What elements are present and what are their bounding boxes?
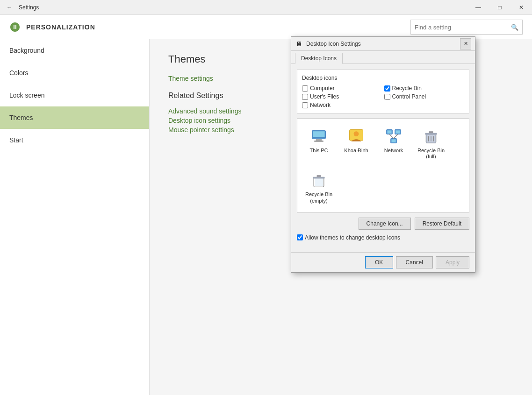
dialog-body: Desktop icons Computer Recycle Bin User'… (291, 64, 475, 252)
title-bar-left: ← Settings (4, 2, 39, 13)
checkbox-recycle-bin-input[interactable] (384, 85, 390, 92)
search-box[interactable]: 🔍 (410, 20, 523, 35)
apply-button[interactable]: Apply (436, 256, 469, 268)
svg-rect-12 (392, 139, 396, 142)
sidebar-item-themes[interactable]: Themes (0, 106, 149, 129)
network-image (384, 127, 403, 146)
back-button[interactable]: ← (4, 2, 15, 13)
network-label: Network (384, 148, 403, 154)
svg-rect-8 (388, 130, 392, 133)
svg-rect-24 (313, 177, 324, 179)
svg-rect-4 (314, 141, 324, 142)
icon-khoa-dinh[interactable]: Khoa Đinh (339, 123, 373, 163)
restore-default-button[interactable]: Restore Default (415, 218, 469, 230)
checkbox-recycle-bin[interactable]: Recycle Bin (384, 85, 465, 92)
icon-network[interactable]: Network (377, 123, 410, 163)
checkbox-computer-input[interactable] (302, 85, 308, 92)
recycle-full-label: Recycle Bin(full) (417, 148, 445, 160)
dialog-title-text: Desktop Icon Settings (306, 41, 361, 47)
search-icon: 🔍 (511, 24, 518, 31)
icon-recycle-empty[interactable]: Recycle Bin(empty) (302, 167, 336, 207)
dialog-title-bar: 🖥 Desktop Icon Settings ✕ (291, 37, 475, 51)
recycle-empty-image (309, 171, 328, 190)
checkbox-control-panel-input[interactable] (384, 94, 390, 100)
sidebar-item-start[interactable]: Start (0, 129, 149, 151)
checkbox-network[interactable]: Network (302, 102, 382, 108)
app-header: PERSONALIZATION 🔍 (0, 15, 532, 39)
ok-button[interactable]: OK (365, 256, 393, 268)
close-button[interactable]: ✕ (510, 0, 532, 15)
sidebar-item-background[interactable]: Background (0, 39, 149, 62)
icon-preview-area: This PC Khoa Đinh (297, 118, 469, 213)
icon-action-buttons: Change Icon... Restore Default (297, 218, 469, 230)
dialog-footer: OK Cancel Apply (291, 252, 475, 272)
svg-rect-3 (316, 139, 322, 141)
window-title: Settings (19, 4, 39, 11)
maximize-button[interactable]: □ (489, 0, 510, 15)
khoa-dinh-image (347, 127, 366, 146)
dialog-tabs: Desktop Icons (291, 51, 475, 64)
icon-this-pc[interactable]: This PC (302, 123, 336, 163)
page-title: PERSONALIZATION (26, 23, 405, 31)
sidebar-item-colors[interactable]: Colors (0, 62, 149, 84)
svg-rect-2 (313, 131, 324, 137)
minimize-button[interactable]: — (467, 0, 489, 15)
sidebar-item-lock-screen[interactable]: Lock screen (0, 84, 149, 106)
cancel-button[interactable]: Cancel (396, 256, 433, 268)
recycle-empty-label: Recycle Bin(empty) (305, 191, 332, 204)
dialog-icon: 🖥 (296, 40, 303, 48)
title-bar: ← Settings — □ ✕ (0, 0, 532, 15)
checkbox-computer[interactable]: Computer (302, 85, 382, 92)
sidebar: Background Colors Lock screen Themes Sta… (0, 39, 150, 395)
svg-line-14 (394, 134, 398, 139)
svg-rect-23 (315, 179, 323, 186)
checkbox-network-input[interactable] (302, 102, 308, 108)
svg-rect-25 (317, 176, 321, 177)
personalization-icon (9, 21, 21, 33)
icons-section-title: Desktop icons (302, 75, 464, 81)
recycle-full-image (422, 127, 440, 146)
allow-themes-checkbox-label[interactable]: Allow themes to change desktop icons (297, 234, 469, 241)
svg-rect-17 (425, 133, 437, 135)
checkbox-control-panel[interactable]: Control Panel (384, 93, 465, 100)
desktop-icon-settings-dialog: 🖥 Desktop Icon Settings ✕ Desktop Icons … (291, 36, 475, 273)
change-icon-button[interactable]: Change Icon... (359, 218, 411, 230)
svg-rect-18 (429, 131, 433, 133)
svg-line-13 (389, 134, 394, 139)
checkboxes-grid: Computer Recycle Bin User's Files Contro… (302, 85, 464, 108)
this-pc-image (309, 127, 328, 146)
dialog-title-left: 🖥 Desktop Icon Settings (296, 40, 361, 48)
khoa-dinh-label: Khoa Đinh (344, 148, 368, 154)
dialog-close-button[interactable]: ✕ (460, 38, 471, 49)
window-controls: — □ ✕ (467, 0, 532, 15)
this-pc-label: This PC (309, 148, 328, 154)
checkbox-users-files[interactable]: User's Files (302, 93, 382, 100)
desktop-icons-section: Desktop icons Computer Recycle Bin User'… (297, 70, 469, 113)
tab-desktop-icons[interactable]: Desktop Icons (295, 53, 343, 64)
icon-recycle-full[interactable]: Recycle Bin(full) (414, 123, 448, 163)
search-input[interactable] (415, 24, 511, 31)
allow-themes-checkbox[interactable] (297, 234, 303, 240)
svg-rect-10 (396, 130, 400, 133)
svg-point-6 (354, 131, 359, 136)
checkbox-users-files-input[interactable] (302, 94, 308, 100)
